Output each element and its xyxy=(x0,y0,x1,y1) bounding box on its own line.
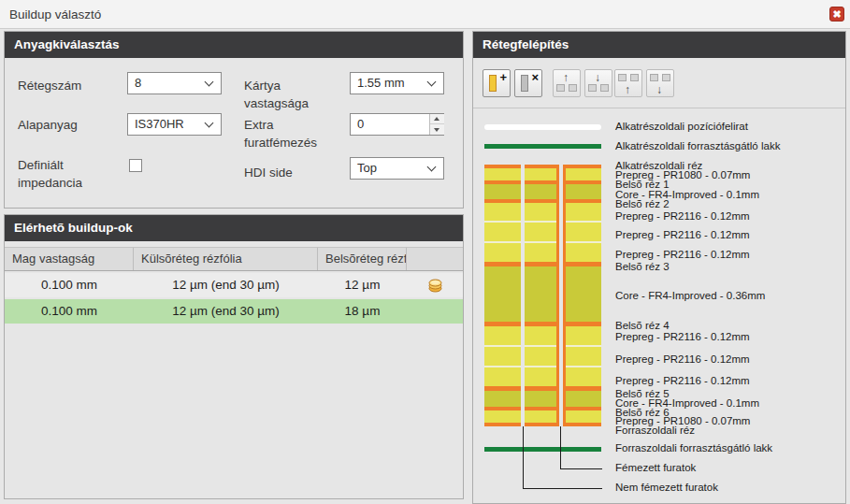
layer-soldermask-bottom[interactable] xyxy=(484,447,601,452)
arrow-up-icon: ↑ xyxy=(563,72,569,83)
table-header-row: Mag vastagság Külsõréteg rézfólia Belsõr… xyxy=(5,247,463,271)
stack-label: Prepreg - PR2116 - 0.12mm xyxy=(615,209,750,223)
outer-copper-cell: 12 µm (end 30 µm) xyxy=(134,273,318,297)
stack-label: Prepreg - PR2116 - 0.12mm xyxy=(615,374,750,387)
layer-prepreg[interactable] xyxy=(484,410,601,423)
move-layer-down-button[interactable]: ↓ xyxy=(646,69,674,97)
stackup-view: Alkatrészoldali pozíciófelirat Alkatrész… xyxy=(473,108,845,503)
non-plated-hole xyxy=(521,165,525,426)
add-layer-icon xyxy=(489,75,497,92)
spinner-down-icon xyxy=(434,128,439,132)
hdi-side-select[interactable]: Top xyxy=(350,157,444,180)
cross-icon: × xyxy=(531,71,539,83)
move-layer-up-button[interactable]: ↑ xyxy=(614,69,642,97)
layer-silkscreen-top[interactable] xyxy=(484,124,601,130)
stack-label: Nem fémezett furatok xyxy=(615,481,718,494)
window-title: Buildup választó xyxy=(9,0,101,29)
coins-icon xyxy=(427,279,443,293)
plus-icon: + xyxy=(499,71,507,83)
board-thickness-label: Kártya vastagsága xyxy=(244,77,333,112)
layer-soldermask-top[interactable] xyxy=(484,144,601,149)
core-thickness-cell: 0.100 mm xyxy=(5,273,134,297)
buildup-selector-dialog: { "window": { "title": "Buildup választó… xyxy=(0,0,850,504)
base-material-select[interactable]: IS370HR xyxy=(127,113,222,136)
extra-plating-label: Extra furatfémezés xyxy=(244,116,338,151)
stack-label: Belsõ réz 2 xyxy=(615,197,670,210)
pcb-cross-section[interactable] xyxy=(484,165,601,426)
extra-cost-cell xyxy=(407,273,463,297)
outer-copper-cell: 12 µm (end 30 µm) xyxy=(134,299,318,324)
layer-prepreg[interactable] xyxy=(484,326,601,345)
buildup-row-2-selected[interactable]: 0.100 mm 12 µm (end 30 µm) 18 µm xyxy=(5,299,463,324)
layer-core[interactable] xyxy=(484,184,601,199)
base-material-label: Alapanyag xyxy=(18,116,78,134)
layer-square-icon xyxy=(588,84,597,92)
leader-line-plated-holes xyxy=(560,426,561,469)
window-titlebar[interactable]: Buildup választó ✖ xyxy=(0,0,850,29)
stack-label: Forraszoldali réz xyxy=(615,424,695,437)
extra-plating-input[interactable]: 0 xyxy=(350,113,444,136)
layer-copper-bottom[interactable] xyxy=(484,423,601,426)
extra-cost-cell xyxy=(407,299,463,324)
column-header-outer-copper[interactable]: Külsõréteg rézfólia xyxy=(134,248,318,270)
remove-layer-button[interactable]: × xyxy=(514,69,542,97)
layer-prepreg[interactable] xyxy=(484,203,601,221)
buildup-row-1[interactable]: 0.100 mm 12 µm (end 30 µm) 12 µm xyxy=(5,273,463,297)
stack-label: Prepreg - PR2116 - 0.12mm xyxy=(615,330,750,343)
add-layer-button[interactable]: + xyxy=(483,69,511,97)
materials-panel: Anyagkiválasztás Rétegszám 8 Kártya vast… xyxy=(4,31,464,209)
chevron-down-icon xyxy=(427,163,437,172)
spinner-up-icon xyxy=(434,117,439,121)
arrow-up-icon: ↑ xyxy=(625,84,630,95)
defined-impedance-label: Definiált impedancia xyxy=(18,156,102,192)
defined-impedance-checkbox[interactable] xyxy=(129,159,142,172)
close-button[interactable]: ✖ xyxy=(829,7,844,22)
spinner-up-button[interactable] xyxy=(430,114,444,124)
hdi-side-label: HDI side xyxy=(244,164,293,181)
column-header-core-thickness[interactable]: Mag vastagság xyxy=(5,248,134,270)
insert-layer-above-button[interactable]: ↑ xyxy=(553,69,581,97)
column-header-extra[interactable] xyxy=(407,248,463,270)
layer-prepreg[interactable] xyxy=(484,347,601,366)
board-thickness-value: 1.55 mm xyxy=(357,76,405,90)
materials-form: Rétegszám 8 Kártya vastagsága 1.55 mm Al… xyxy=(5,58,463,208)
board-thickness-select[interactable]: 1.55 mm xyxy=(350,72,444,94)
stackup-panel-header: Rétegfelépítés xyxy=(473,32,845,58)
layer-count-value: 8 xyxy=(135,76,141,90)
base-material-value: IS370HR xyxy=(135,117,184,131)
close-icon: ✖ xyxy=(832,8,841,20)
buildups-panel-header: Elérhetõ buildup-ok xyxy=(5,215,463,241)
extra-plating-value: 0 xyxy=(357,117,364,131)
number-spinner xyxy=(429,114,443,135)
stackup-toolbar: + × ↑ ↓ ↑ ↓ xyxy=(473,58,845,108)
layer-prepreg[interactable] xyxy=(484,223,601,241)
buildups-panel: Elérhetõ buildup-ok Mag vastagság Külsõr… xyxy=(4,214,464,499)
layer-core[interactable] xyxy=(484,391,601,407)
remove-layer-icon xyxy=(521,75,528,92)
stack-label: Fémezett furatok xyxy=(615,461,696,474)
layer-prepreg[interactable] xyxy=(484,168,601,180)
layer-square-icon xyxy=(630,74,639,81)
plated-hole xyxy=(556,165,566,426)
stack-label: Alkatrészoldali forrasztásgátló lakk xyxy=(615,139,780,152)
column-header-inner-copper[interactable]: Belsõréteg rézfólia xyxy=(318,248,407,270)
arrow-down-icon: ↓ xyxy=(595,72,600,83)
inner-copper-cell: 12 µm xyxy=(318,273,407,297)
chevron-down-icon xyxy=(427,78,437,87)
layer-square-icon xyxy=(569,84,577,92)
layer-prepreg[interactable] xyxy=(484,243,601,262)
layer-prepreg[interactable] xyxy=(484,367,601,386)
layer-square-icon xyxy=(600,84,609,92)
stackup-panel: Rétegfelépítés + × ↑ ↓ ↑ ↓ xyxy=(472,31,846,504)
stack-label: Belsõ réz 3 xyxy=(615,260,670,273)
stack-label: Core - FR4-Improved - 0.36mm xyxy=(615,289,765,302)
stack-label: Prepreg - PR2116 - 0.12mm xyxy=(615,353,750,366)
insert-layer-below-button[interactable]: ↓ xyxy=(584,69,612,97)
leader-line-non-plated-holes xyxy=(523,426,524,489)
spinner-down-button[interactable] xyxy=(430,124,444,135)
arrow-down-icon: ↓ xyxy=(656,84,662,95)
chevron-down-icon xyxy=(205,78,214,87)
layer-core-center[interactable] xyxy=(484,266,601,322)
stack-label: Forraszoldali forrasztásgátló lakk xyxy=(615,441,772,454)
layer-count-select[interactable]: 8 xyxy=(127,72,222,94)
